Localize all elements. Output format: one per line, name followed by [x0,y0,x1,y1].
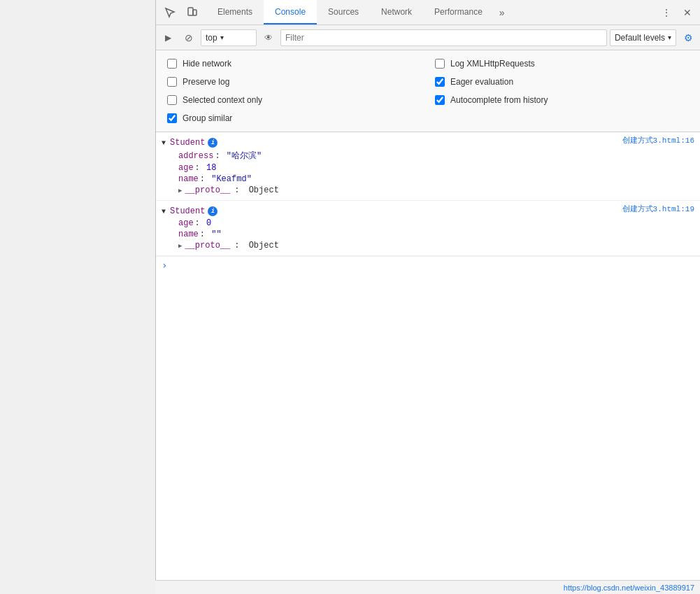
settings-panel: Hide network Preserve log Selected conte… [156,50,700,132]
hide-network-label: Hide network [183,59,231,69]
expand-triangle-1[interactable]: ▼ [162,139,166,147]
play-icon: ▶ [165,33,171,43]
console-prompt-icon: › [162,260,167,271]
object-block-2: ▼ Student i age : 0 name : "" [162,202,700,254]
object-properties-2: age : 0 name : "" ▶ __proto__ : Object [162,218,700,251]
tab-network[interactable]: Network [370,0,423,24]
eager-eval-label: Eager evaluation [450,77,513,87]
prop-colon-address: : [215,151,220,161]
autocomplete-checkbox[interactable] [435,95,445,105]
console-output[interactable]: ▼ Student i address : "哈尔滨" age : 18 [156,132,700,594]
object-header-2[interactable]: ▼ Student i [162,205,700,218]
prop-value-name-2: "" [206,229,222,239]
proto-colon-1: : [234,185,239,195]
ban-icon: ⊘ [185,32,193,43]
expand-triangle-2[interactable]: ▼ [162,208,166,215]
tab-sources[interactable]: Sources [317,0,370,24]
preserve-log-label: Preserve log [183,77,229,87]
prop-colon-age-1: : [195,163,200,173]
svg-rect-0 [188,8,193,15]
devtools-settings-icon[interactable]: ⋮ [657,3,676,22]
object-name-2: Student [170,206,205,216]
prop-key-name-2: name [178,229,199,239]
console-input-line: › [156,256,700,274]
log-xml-checkbox[interactable] [435,59,445,69]
browser-left-panel [0,0,155,594]
selected-context-checkbox[interactable] [167,95,177,105]
hide-network-checkbox[interactable] [167,59,177,69]
proto-row-1[interactable]: ▶ __proto__ : Object [178,185,700,196]
console-entry-1: ▼ Student i address : "哈尔滨" age : 18 [156,132,700,201]
device-toggle-icon[interactable] [183,3,202,22]
preserve-log-row[interactable]: Preserve log [167,74,421,90]
tab-bar: Elements Console Sources Network Perform… [156,0,700,25]
prop-key-address: address [178,151,213,161]
object-name-1: Student [170,138,205,148]
status-url[interactable]: https://blog.csdn.net/weixin_43889917 [564,584,694,592]
filter-input[interactable] [280,29,607,46]
eye-icon[interactable]: 👁 [259,29,278,47]
more-tabs-icon[interactable]: » [494,0,510,24]
proto-key-2: __proto__ [185,241,230,250]
entry-source-2[interactable]: 创建方式3.html:19 [622,204,694,214]
prop-colon-name-2: : [200,229,205,239]
svg-rect-1 [193,10,197,15]
prop-value-age-2: 0 [201,218,211,228]
info-badge-1[interactable]: i [208,138,217,148]
tab-elements[interactable]: Elements [206,0,264,24]
object-header-1[interactable]: ▼ Student i [162,136,700,149]
prop-name-1: name : "Keafmd" [178,174,700,185]
prop-address: address : "哈尔滨" [178,149,700,162]
execute-icon[interactable]: ▶ [159,29,177,47]
selected-context-label: Selected context only [183,95,262,105]
selected-context-row[interactable]: Selected context only [167,92,421,108]
levels-chevron-icon: ▾ [668,34,671,41]
tab-bar-end: ⋮ ✕ [657,3,700,22]
console-entry-2: ▼ Student i age : 0 name : "" [156,201,700,256]
devtools-panel: Elements Console Sources Network Perform… [155,0,700,594]
console-settings-icon[interactable]: ⚙ [679,29,697,47]
proto-value-2: Object [243,241,278,250]
tabs: Elements Console Sources Network Perform… [206,0,510,24]
preserve-log-checkbox[interactable] [167,77,177,87]
info-badge-2[interactable]: i [208,206,217,216]
console-toolbar: ▶ ⊘ top ▾ 👁 Default levels ▾ ⚙ [156,25,700,50]
select-element-icon[interactable] [160,3,180,22]
group-similar-checkbox[interactable] [167,113,177,123]
tab-performance[interactable]: Performance [423,0,494,24]
prop-value-address: "哈尔滨" [222,150,262,162]
autocomplete-row[interactable]: Autocomplete from history [435,92,689,108]
group-similar-label: Group similar [183,113,232,123]
levels-selector[interactable]: Default levels ▾ [610,29,676,46]
prop-colon-name-1: : [200,174,205,184]
proto-row-2[interactable]: ▶ __proto__ : Object [178,240,700,251]
proto-colon-2: : [234,241,239,250]
proto-value-1: Object [243,185,278,195]
hide-network-row[interactable]: Hide network [167,56,421,71]
context-selector[interactable]: top ▾ [201,29,257,46]
tab-bar-icons [156,3,206,22]
log-xml-label: Log XMLHttpRequests [450,59,535,69]
group-similar-row[interactable]: Group similar [167,111,421,126]
context-value: top [206,33,217,43]
prop-key-age-1: age [178,163,194,173]
prop-age-1: age : 18 [178,162,700,174]
autocomplete-label: Autocomplete from history [450,95,548,105]
proto-triangle-2: ▶ [178,242,182,250]
eager-eval-row[interactable]: Eager evaluation [435,74,689,90]
prop-value-name-1: "Keafmd" [206,174,252,184]
clear-console-icon[interactable]: ⊘ [180,29,198,47]
devtools-close-icon[interactable]: ✕ [678,3,697,22]
prop-colon-age-2: : [195,218,200,228]
status-bar: https://blog.csdn.net/weixin_43889917 [155,580,700,594]
levels-label: Default levels [615,33,665,43]
eager-eval-checkbox[interactable] [435,77,445,87]
proto-key-1: __proto__ [185,185,230,195]
object-block-1: ▼ Student i address : "哈尔滨" age : 18 [162,134,700,199]
log-xml-row[interactable]: Log XMLHttpRequests [435,56,689,71]
prop-key-name-1: name [178,174,199,184]
tab-console[interactable]: Console [264,0,317,24]
prop-value-age-1: 18 [201,163,217,173]
chevron-down-icon: ▾ [220,34,224,41]
entry-source-1[interactable]: 创建方式3.html:16 [622,135,694,146]
